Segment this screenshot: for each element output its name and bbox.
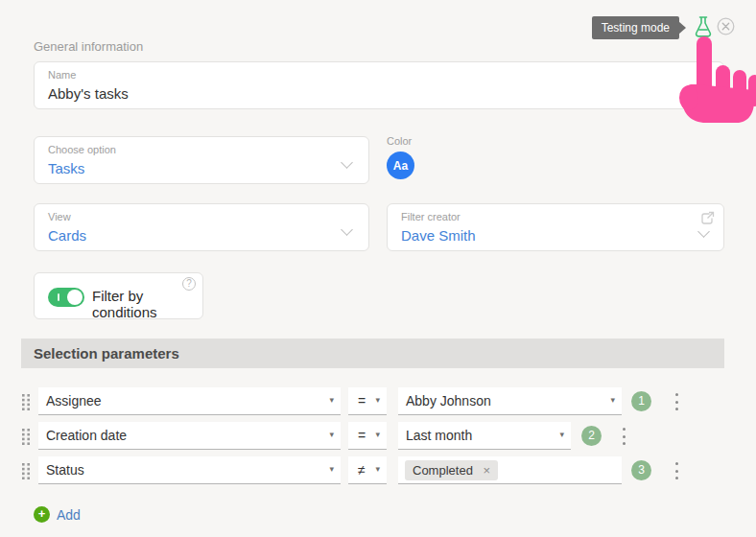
filter-by-conditions-card: Filter by conditions ?: [34, 272, 203, 319]
filter-by-conditions-label: Filter by conditions: [92, 288, 202, 320]
dropdown-triangle-icon: ▾: [329, 395, 334, 405]
name-field-value: Abby's tasks: [48, 85, 129, 102]
row-menu-icon[interactable]: [669, 462, 684, 479]
field-select-value: Status: [46, 462, 84, 478]
color-swatch[interactable]: Aa: [387, 152, 414, 179]
close-icon[interactable]: [717, 17, 735, 35]
value-select[interactable]: Abby Johnson ▾: [398, 387, 622, 415]
value-select-value: Last month: [406, 428, 472, 443]
chevron-down-icon: [341, 156, 353, 169]
chevron-down-icon: [697, 225, 710, 238]
row-order-badge: 3: [631, 460, 651, 480]
filter-creator-label: Filter creator: [401, 211, 461, 222]
tooltip-arrow: [678, 21, 686, 35]
row-order-badge: 2: [581, 426, 602, 446]
operator-select[interactable]: ≠ ▾: [348, 456, 387, 484]
operator-value: =: [358, 428, 366, 443]
field-select[interactable]: Status ▾: [38, 456, 341, 484]
choose-option-select[interactable]: Choose option Tasks: [34, 136, 369, 184]
dropdown-triangle-icon: ▾: [375, 395, 380, 405]
testing-mode-tooltip: Testing mode: [592, 16, 679, 39]
row-menu-icon[interactable]: [616, 428, 631, 445]
value-select[interactable]: Completed ×: [398, 456, 622, 484]
filter-by-conditions-toggle[interactable]: [48, 288, 84, 307]
value-chip: Completed ×: [405, 460, 498, 480]
dropdown-triangle-icon: ▾: [375, 430, 380, 439]
toggle-knob: [67, 290, 83, 305]
operator-select[interactable]: = ▾: [348, 422, 387, 450]
chevron-down-icon: [341, 223, 353, 236]
value-chip-label: Completed: [413, 463, 473, 478]
choose-option-label: Choose option: [48, 144, 116, 155]
external-link-icon[interactable]: [699, 211, 715, 226]
color-label: Color: [387, 135, 412, 147]
chip-remove-icon[interactable]: ×: [484, 463, 491, 478]
row-menu-icon[interactable]: [669, 393, 684, 410]
drag-handle-icon[interactable]: [22, 463, 31, 479]
toggle-on-tick: [58, 293, 59, 301]
filter-creator-value: Dave Smith: [401, 227, 476, 244]
condition-row: Assignee ▾ = ▾ Abby Johnson ▾ 1: [0, 387, 756, 415]
value-select-value: Abby Johnson: [406, 393, 491, 409]
name-field-label: Name: [48, 69, 76, 81]
general-information-label: General information: [34, 39, 143, 54]
plus-icon: +: [34, 506, 50, 523]
help-icon[interactable]: ?: [182, 277, 196, 291]
name-field[interactable]: Name Abby's tasks: [34, 61, 724, 109]
condition-row: Creation date ▾ = ▾ Last month ▾ 2: [0, 422, 756, 450]
field-select[interactable]: Assignee ▾: [38, 387, 341, 415]
value-select[interactable]: Last month ▾: [398, 422, 571, 450]
view-value: Cards: [48, 227, 86, 244]
dropdown-triangle-icon: ▾: [610, 395, 615, 405]
row-order-badge: 1: [631, 391, 651, 411]
field-select-value: Creation date: [46, 428, 127, 443]
view-select[interactable]: View Cards: [34, 203, 369, 251]
drag-handle-icon[interactable]: [22, 394, 31, 410]
drag-handle-icon[interactable]: [22, 429, 31, 445]
operator-select[interactable]: = ▾: [348, 387, 387, 415]
dropdown-triangle-icon: ▾: [559, 430, 564, 439]
field-select[interactable]: Creation date ▾: [38, 422, 341, 450]
operator-value: =: [358, 393, 366, 409]
condition-row: Status ▾ ≠ ▾ Completed × 3: [0, 456, 756, 484]
dropdown-triangle-icon: ▾: [329, 464, 334, 474]
add-condition-button[interactable]: + Add: [34, 506, 81, 523]
filter-creator-select[interactable]: Filter creator Dave Smith: [387, 203, 724, 251]
dropdown-triangle-icon: ▾: [375, 464, 380, 474]
operator-value: ≠: [358, 462, 366, 478]
add-button-label: Add: [57, 507, 81, 523]
field-select-value: Assignee: [46, 393, 102, 409]
view-label: View: [48, 211, 71, 222]
dropdown-triangle-icon: ▾: [329, 430, 334, 439]
hand-cursor-icon: [673, 35, 756, 123]
selection-parameters-header: Selection parameters: [21, 339, 724, 368]
choose-option-value: Tasks: [48, 160, 84, 176]
